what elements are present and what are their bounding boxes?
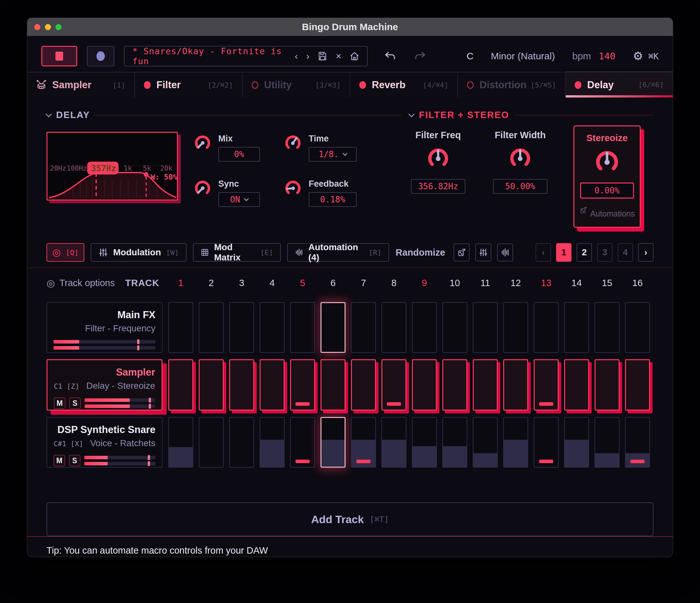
step-cell-r2-c14[interactable]	[564, 359, 589, 411]
page-button-2[interactable]: 2	[577, 243, 592, 262]
feedback-value-field[interactable]: 0.18%	[309, 192, 357, 207]
mix-knob[interactable]	[193, 134, 212, 152]
step-cell-r3-c10[interactable]	[442, 417, 467, 468]
filter-width-value-field[interactable]: 50.00%	[493, 179, 547, 194]
filter-freq-value-field[interactable]: 356.82Hz	[411, 179, 466, 194]
gear-icon[interactable]: ⚙	[633, 49, 643, 63]
record-button[interactable]	[87, 46, 115, 66]
prev-page-button[interactable]: ‹	[535, 243, 551, 262]
step-cell-r1-c9[interactable]	[412, 302, 437, 353]
step-cell-r1-c13[interactable]	[534, 302, 559, 353]
macro-slider[interactable]	[53, 346, 155, 349]
step-cell-r1-c12[interactable]	[503, 302, 528, 353]
time-dropdown[interactable]: 1/8.	[309, 147, 357, 162]
step-cell-r2-c13[interactable]	[534, 359, 559, 411]
step-cell-r2-c1[interactable]	[168, 359, 193, 411]
view-mode-button[interactable]: ◎ [Q]	[47, 243, 84, 262]
volume-slider[interactable]	[84, 456, 155, 459]
volume-slider[interactable]	[84, 399, 155, 402]
save-icon[interactable]	[318, 51, 327, 61]
step-cell-r2-c12[interactable]	[503, 359, 528, 411]
step-cell-r3-c9[interactable]	[412, 417, 437, 468]
sync-dropdown[interactable]: ON	[218, 192, 260, 207]
step-cell-r3-c5[interactable]	[290, 417, 315, 468]
add-track-button[interactable]: Add Track [⌘T]	[47, 502, 653, 536]
mix-value-field[interactable]: 0%	[218, 147, 260, 162]
step-cell-r3-c13[interactable]	[534, 417, 559, 468]
step-cell-r3-c3[interactable]	[229, 417, 254, 468]
bpm-value[interactable]: 140	[599, 51, 616, 62]
track-card-main-fx[interactable]: Main FX Filter - Frequency	[47, 302, 162, 353]
filter-freq-knob[interactable]	[426, 146, 450, 171]
stereoize-value-field[interactable]: 0.00%	[580, 183, 634, 198]
step-cell-r2-c5[interactable]	[290, 359, 315, 411]
track-options-button[interactable]: ◎ Track options	[47, 278, 115, 289]
step-cell-r1-c8[interactable]	[381, 302, 406, 353]
macro-slider[interactable]	[53, 340, 155, 343]
tab-delay[interactable]: Delay[6/⌘6]	[565, 72, 673, 97]
step-cell-r2-c11[interactable]	[473, 359, 498, 411]
prev-preset-icon[interactable]: ‹	[295, 51, 298, 61]
step-cell-r1-c5[interactable]	[290, 302, 315, 353]
step-cell-r1-c11[interactable]	[473, 302, 498, 353]
tab-utility[interactable]: Utility[3/⌘3]	[242, 72, 350, 97]
step-cell-r1-c15[interactable]	[595, 302, 620, 353]
collapse-delay-icon[interactable]	[46, 111, 52, 117]
step-cell-r2-c16[interactable]	[625, 359, 650, 411]
step-cell-r3-c7[interactable]	[351, 417, 376, 468]
randomize-params-button[interactable]	[475, 243, 491, 261]
preset-name[interactable]: * Snares/Okay - Fortnite is fun	[132, 46, 295, 66]
randomize-dice-button[interactable]	[453, 243, 470, 261]
step-cell-r2-c7[interactable]	[351, 359, 376, 411]
solo-button[interactable]: S	[69, 455, 80, 466]
automations-link[interactable]: Automations	[579, 206, 635, 221]
step-cell-r2-c15[interactable]	[595, 359, 620, 411]
solo-button[interactable]: S	[69, 397, 81, 409]
step-cell-r3-c6[interactable]	[321, 417, 346, 468]
randomize-pattern-button[interactable]	[497, 243, 513, 261]
volume-slider[interactable]	[84, 405, 155, 408]
step-cell-r1-c6[interactable]	[321, 302, 346, 353]
page-button-4[interactable]: 4	[618, 243, 633, 262]
step-cell-r2-c10[interactable]	[442, 359, 467, 411]
step-cell-r2-c6[interactable]	[321, 359, 346, 411]
page-button-3[interactable]: 3	[597, 243, 612, 262]
next-page-button[interactable]: ›	[638, 243, 653, 262]
step-cell-r1-c4[interactable]	[259, 302, 284, 353]
redo-icon[interactable]	[415, 51, 426, 61]
time-knob[interactable]	[284, 134, 302, 152]
collapse-filter-stereo-icon[interactable]	[408, 111, 415, 117]
tab-sampler[interactable]: Sampler[1]	[27, 72, 134, 97]
volume-slider[interactable]	[84, 462, 155, 465]
step-cell-r3-c2[interactable]	[199, 417, 224, 468]
tab-reverb[interactable]: Reverb[4/⌘4]	[350, 72, 457, 97]
step-cell-r2-c3[interactable]	[229, 359, 254, 411]
step-cell-r3-c4[interactable]	[259, 417, 284, 468]
undo-icon[interactable]	[384, 51, 396, 61]
sync-knob[interactable]	[193, 179, 212, 198]
feedback-knob[interactable]	[284, 179, 302, 198]
step-cell-r3-c1[interactable]	[168, 417, 193, 468]
step-cell-r1-c16[interactable]	[625, 302, 650, 353]
stop-button[interactable]	[41, 46, 77, 66]
scale-select[interactable]: Minor (Natural)	[491, 51, 555, 62]
mute-button[interactable]: M	[54, 397, 66, 409]
page-button-1[interactable]: 1	[556, 243, 572, 262]
home-icon[interactable]	[350, 51, 359, 61]
step-cell-r3-c12[interactable]	[503, 417, 528, 468]
automation-button[interactable]: Automation (4) [R]	[287, 243, 390, 262]
step-cell-r3-c16[interactable]	[625, 417, 650, 468]
stereoize-knob[interactable]	[594, 148, 621, 175]
step-cell-r2-c8[interactable]	[381, 359, 406, 411]
modulation-button[interactable]: Modulation [W]	[91, 243, 186, 262]
step-cell-r1-c10[interactable]	[442, 302, 467, 353]
tab-filter[interactable]: Filter[2/⌘2]	[134, 72, 242, 97]
key-select[interactable]: C	[467, 51, 474, 62]
mute-button[interactable]: M	[53, 455, 65, 466]
next-preset-icon[interactable]: ›	[306, 51, 309, 61]
tab-distortion[interactable]: Distortion[5/⌘5]	[457, 72, 565, 97]
delay-filter-graph[interactable]: 20Hz 100Hz 1k 5k 20k 357Hz W: 50%	[47, 132, 178, 200]
mod-matrix-button[interactable]: Mod Matrix [E]	[193, 243, 281, 262]
step-cell-r2-c2[interactable]	[199, 359, 224, 411]
step-cell-r3-c11[interactable]	[473, 417, 498, 468]
